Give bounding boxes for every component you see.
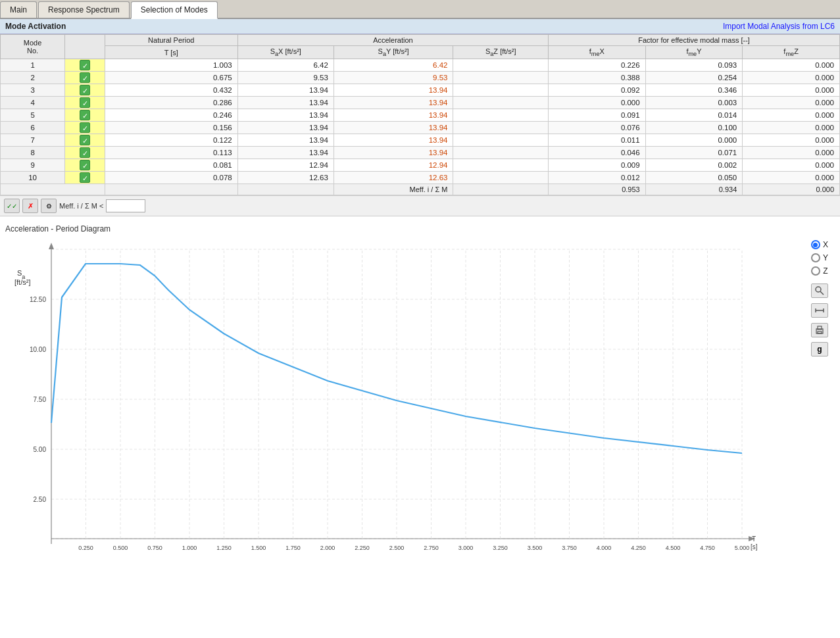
cell-checkbox[interactable]: ✓ — [65, 84, 105, 97]
cell-fmeX: 0.092 — [549, 84, 646, 97]
radio-x-circle — [811, 240, 820, 249]
col-header-T: T [s] — [105, 46, 237, 59]
cell-checkbox[interactable]: ✓ — [65, 97, 105, 109]
zoom-button[interactable] — [811, 283, 828, 298]
svg-text:2.500: 2.500 — [389, 545, 405, 551]
svg-text:1.250: 1.250 — [216, 545, 232, 551]
cell-checkbox[interactable]: ✓ — [65, 172, 105, 184]
checkmark-icon: ✓ — [80, 60, 90, 70]
cell-fmeZ: 0.000 — [743, 147, 840, 159]
radio-z[interactable]: Z — [811, 266, 828, 276]
tab-response-spectrum[interactable]: Response Spectrum — [38, 1, 130, 18]
cell-SaX: 13.94 — [237, 84, 334, 97]
cell-checkbox[interactable]: ✓ — [65, 122, 105, 134]
cell-mode-no: 7 — [1, 134, 65, 147]
cell-checkbox[interactable]: ✓ — [65, 147, 105, 159]
cell-fmeX: 0.011 — [549, 134, 646, 147]
y-tick-750: 7.50 — [34, 396, 47, 403]
cell-SaX: 9.53 — [237, 72, 334, 84]
check-all-button[interactable]: ✓✓ — [4, 199, 20, 213]
cell-SaZ — [453, 59, 549, 72]
cell-mode-no: 10 — [1, 172, 65, 184]
cell-SaY: 12.63 — [334, 172, 453, 184]
x-axis-unit: [s] — [751, 543, 758, 551]
table-row: 9 ✓ 0.081 12.94 12.94 0.009 0.002 0.000 — [1, 159, 840, 172]
x-axis-label-T: T — [752, 535, 756, 543]
col-header-acceleration: Acceleration — [237, 35, 548, 46]
table-row: 5 ✓ 0.246 13.94 13.94 0.091 0.014 0.000 — [1, 109, 840, 122]
y-tick-250: 2.50 — [34, 496, 47, 503]
g-unit-button[interactable]: g — [811, 342, 828, 356]
cell-fmeY: 0.100 — [645, 122, 743, 134]
radio-z-label: Z — [823, 266, 828, 276]
tab-main[interactable]: Main — [0, 1, 37, 18]
cell-fmeZ: 0.000 — [743, 122, 840, 134]
cell-checkbox[interactable]: ✓ — [65, 134, 105, 147]
cell-SaZ — [453, 134, 549, 147]
chart-svg: Sa [ft/s²] 2.50 — [5, 236, 768, 578]
cell-SaY: 12.94 — [334, 159, 453, 172]
svg-text:3.250: 3.250 — [493, 545, 508, 551]
filter-button[interactable]: ⚙ — [41, 199, 57, 213]
print-button[interactable] — [811, 323, 828, 337]
radio-x[interactable]: X — [811, 240, 828, 249]
cell-checkbox[interactable]: ✓ — [65, 59, 105, 72]
svg-text:0.500: 0.500 — [113, 545, 128, 551]
cell-SaY: 9.53 — [334, 72, 453, 84]
cell-SaZ — [453, 72, 549, 84]
measure-button[interactable] — [811, 303, 828, 318]
checkmark-icon: ✓ — [80, 147, 90, 158]
cell-mode-no: 3 — [1, 84, 65, 97]
main-content: Mode Activation Import Modal Analysis fr… — [0, 19, 840, 638]
cell-mode-no: 9 — [1, 159, 65, 172]
filter-input[interactable] — [106, 199, 145, 212]
cell-SaX: 12.94 — [237, 159, 334, 172]
table-row: 10 ✓ 0.078 12.63 12.63 0.012 0.050 0.000 — [1, 172, 840, 184]
chart-section: Acceleration - Period Diagram Sa [ft/s²] — [0, 216, 840, 585]
col-header-fmeZ: fmeZ — [743, 46, 840, 59]
tab-selection-of-modes[interactable]: Selection of Modes — [131, 1, 218, 19]
radio-y[interactable]: Y — [811, 253, 828, 262]
svg-text:0.750: 0.750 — [147, 545, 162, 551]
checkmark-icon: ✓ — [80, 97, 90, 108]
cell-checkbox[interactable]: ✓ — [65, 159, 105, 172]
cell-SaX: 12.63 — [237, 172, 334, 184]
radio-z-circle — [811, 266, 820, 276]
cell-fmeX: 0.046 — [549, 147, 646, 159]
checkmark-icon: ✓ — [80, 160, 90, 170]
cell-T: 0.122 — [105, 134, 237, 147]
summary-row: Meff. i / Σ M 0.953 0.934 0.000 — [1, 184, 840, 195]
checkmark-icon: ✓ — [80, 172, 90, 183]
cell-fmeY: 0.093 — [645, 59, 743, 72]
cell-T: 0.081 — [105, 159, 237, 172]
cell-fmeZ: 0.000 — [743, 59, 840, 72]
y-axis-unit: [ft/s²] — [14, 278, 30, 286]
cell-fmeY: 0.014 — [645, 109, 743, 122]
table-row: 6 ✓ 0.156 13.94 13.94 0.076 0.100 0.000 — [1, 122, 840, 134]
svg-marker-10 — [49, 243, 54, 249]
cell-mode-no: 1 — [1, 59, 65, 72]
summary-empty3 — [237, 184, 334, 195]
cell-fmeZ: 0.000 — [743, 72, 840, 84]
svg-text:1.500: 1.500 — [251, 545, 266, 551]
cell-T: 0.286 — [105, 97, 237, 109]
cell-mode-no: 2 — [1, 72, 65, 84]
cell-mode-no: 4 — [1, 97, 65, 109]
svg-text:2.000: 2.000 — [320, 545, 335, 551]
cell-fmeX: 0.076 — [549, 122, 646, 134]
cell-T: 0.675 — [105, 72, 237, 84]
cell-fmeZ: 0.000 — [743, 84, 840, 97]
cell-fmeX: 0.226 — [549, 59, 646, 72]
cell-checkbox[interactable]: ✓ — [65, 109, 105, 122]
cell-mode-no: 8 — [1, 147, 65, 159]
uncheck-button[interactable]: ✗ — [22, 199, 38, 213]
cell-checkbox[interactable]: ✓ — [65, 72, 105, 84]
svg-text:2.250: 2.250 — [355, 545, 370, 551]
cell-fmeY: 0.003 — [645, 97, 743, 109]
cell-T: 0.246 — [105, 109, 237, 122]
cell-fmeZ: 0.000 — [743, 97, 840, 109]
import-link[interactable]: Import Modal Analysis from LC6 — [723, 22, 835, 31]
svg-line-52 — [820, 291, 824, 295]
cell-fmeY: 0.071 — [645, 147, 743, 159]
cell-fmeX: 0.388 — [549, 72, 646, 84]
